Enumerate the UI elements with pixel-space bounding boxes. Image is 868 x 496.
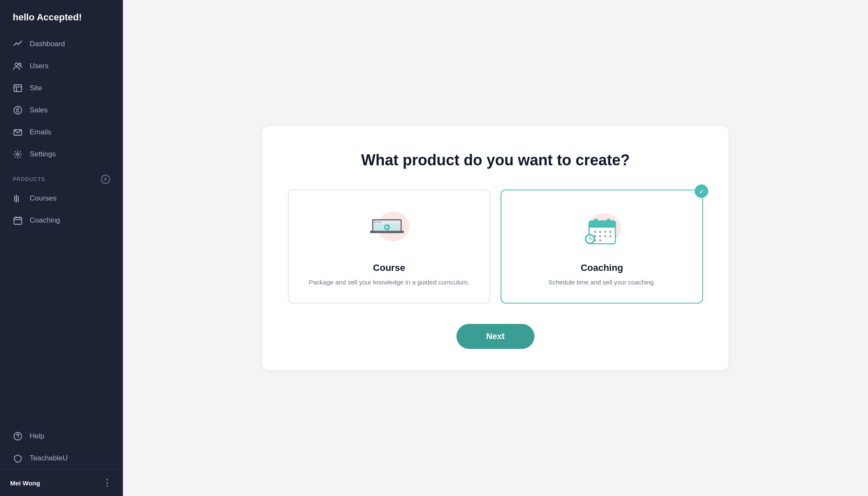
- sidebar-item-emails[interactable]: Emails: [0, 121, 123, 143]
- teachableu-icon: [13, 453, 23, 463]
- sidebar-label-teachableu: TeachableU: [30, 454, 68, 463]
- sidebar-item-dashboard[interactable]: Dashboard: [0, 33, 123, 55]
- sidebar-item-users[interactable]: Users: [0, 55, 123, 77]
- course-option-desc: Package and sell your knowledge in a gui…: [309, 278, 470, 287]
- svg-point-35: [604, 231, 606, 233]
- site-icon: [13, 83, 23, 93]
- sidebar-label-dashboard: Dashboard: [30, 40, 65, 48]
- add-product-button[interactable]: +: [101, 175, 110, 184]
- product-option-coaching[interactable]: ✓: [501, 189, 703, 304]
- svg-point-23: [379, 221, 381, 223]
- sidebar-item-courses[interactable]: Courses: [0, 187, 123, 209]
- app-title: hello Accepted!: [0, 0, 123, 33]
- products-section: PRODUCTS +: [0, 165, 123, 187]
- coaching-illustration: [576, 207, 627, 254]
- svg-point-42: [599, 240, 601, 242]
- coaching-icon: [13, 215, 23, 226]
- user-name: Mei Wong: [10, 479, 40, 487]
- sidebar-label-help: Help: [30, 432, 45, 440]
- help-icon: [13, 431, 23, 441]
- sales-icon: [13, 105, 23, 115]
- svg-point-38: [599, 235, 601, 237]
- svg-point-0: [15, 63, 18, 66]
- sidebar-item-sales[interactable]: Sales: [0, 99, 123, 121]
- user-menu-button[interactable]: ⋮: [103, 477, 113, 488]
- sidebar-label-settings: Settings: [30, 150, 56, 159]
- svg-rect-32: [607, 219, 610, 224]
- main-content: What product do you want to create? ✓: [123, 0, 868, 496]
- svg-point-16: [17, 438, 18, 439]
- product-option-course[interactable]: ✓: [288, 189, 490, 304]
- svg-point-33: [594, 231, 596, 233]
- sidebar-label-emails: Emails: [30, 128, 51, 137]
- dashboard-icon: [13, 39, 23, 49]
- coaching-check-icon: ✓: [695, 184, 708, 198]
- product-creation-card: What product do you want to create? ✓: [262, 126, 729, 370]
- sidebar-item-help[interactable]: Help: [0, 425, 123, 447]
- coaching-option-desc: Schedule time and sell your coaching.: [548, 278, 656, 287]
- sidebar-label-sales: Sales: [30, 106, 48, 114]
- sidebar-item-coaching[interactable]: Coaching: [0, 209, 123, 231]
- course-illustration: [364, 207, 415, 254]
- sidebar-label-coaching: Coaching: [30, 216, 60, 225]
- sidebar: hello Accepted! Dashboard Users: [0, 0, 123, 496]
- sidebar-footer: Mei Wong ⋮: [0, 469, 123, 496]
- card-title: What product do you want to create?: [361, 151, 630, 169]
- svg-point-34: [599, 231, 601, 233]
- sidebar-item-site[interactable]: Site: [0, 77, 123, 99]
- svg-point-40: [609, 235, 612, 237]
- svg-rect-30: [589, 224, 615, 228]
- svg-rect-31: [594, 219, 598, 224]
- sidebar-label-users: Users: [30, 62, 48, 70]
- svg-rect-2: [14, 85, 22, 92]
- svg-point-21: [374, 221, 376, 223]
- svg-point-1: [19, 63, 21, 65]
- sidebar-item-teachableu[interactable]: TeachableU: [0, 447, 123, 469]
- users-icon: [13, 61, 23, 71]
- products-label: PRODUCTS: [13, 176, 45, 182]
- sidebar-item-settings[interactable]: Settings: [0, 143, 123, 165]
- course-option-name: Course: [373, 262, 405, 273]
- coaching-option-name: Coaching: [581, 262, 623, 273]
- main-nav: Dashboard Users Site: [0, 33, 123, 165]
- svg-point-39: [604, 235, 606, 237]
- svg-rect-11: [14, 217, 22, 224]
- sidebar-label-courses: Courses: [30, 194, 56, 203]
- courses-icon: [13, 193, 23, 203]
- sidebar-label-site: Site: [30, 84, 42, 92]
- svg-point-36: [609, 231, 612, 233]
- settings-icon: [13, 149, 23, 159]
- svg-point-7: [17, 153, 19, 156]
- next-button[interactable]: Next: [456, 324, 534, 349]
- product-options: ✓: [288, 189, 703, 304]
- svg-point-22: [377, 221, 378, 223]
- emails-icon: [13, 127, 23, 137]
